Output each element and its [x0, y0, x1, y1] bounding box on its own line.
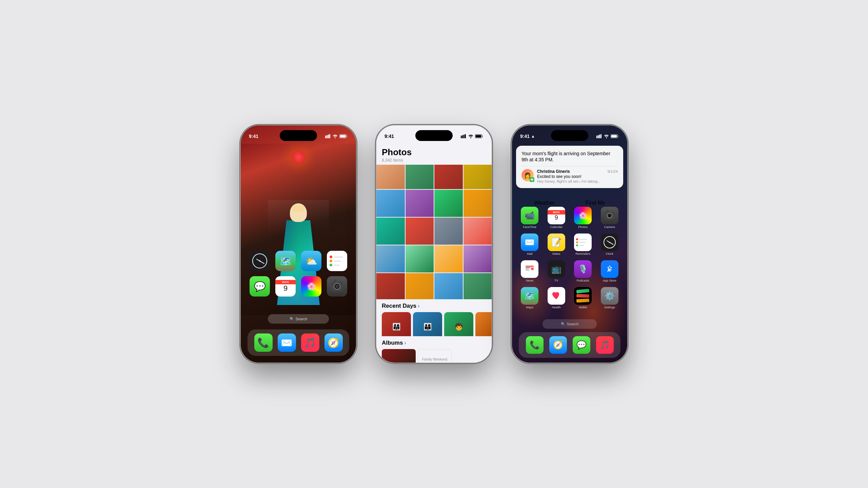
app-camera[interactable]	[327, 276, 347, 297]
weather-icon[interactable]: ⛅	[301, 251, 321, 271]
appstore-icon[interactable]: A	[601, 260, 618, 278]
app-news-3[interactable]: News	[517, 260, 542, 282]
photo-cell-18[interactable]	[406, 273, 434, 300]
photo-cell-10[interactable]	[406, 218, 434, 245]
status-time-1: 9:41	[249, 134, 258, 139]
app-calendar-3[interactable]: MON 9 Calendar	[544, 207, 569, 229]
clock-icon-3[interactable]	[601, 233, 618, 251]
dock-mail[interactable]: ✉️	[278, 333, 296, 352]
app-row-1: 💬 MON 9 🌸	[247, 276, 350, 297]
settings-icon[interactable]: ⚙️	[601, 287, 618, 305]
photo-cell-4[interactable]	[463, 162, 492, 189]
music-icon[interactable]: 🎵	[301, 333, 319, 352]
notes-icon[interactable]: 📝	[548, 233, 565, 251]
app-calendar[interactable]: MON 9	[275, 276, 296, 297]
photo-cell-5[interactable]	[376, 190, 405, 217]
music-icon-3[interactable]: 🎵	[596, 336, 614, 354]
photo-cell-1[interactable]	[376, 162, 405, 189]
album-family[interactable]	[382, 349, 416, 363]
app-health-3[interactable]: Health	[544, 287, 569, 309]
dock-music[interactable]: 🎵	[301, 333, 319, 352]
calendar-icon-3[interactable]: MON 9	[548, 207, 565, 224]
app-photos[interactable]: 🌸	[301, 276, 321, 297]
photos-label: Photos	[578, 225, 588, 229]
dock-safari-3[interactable]: 🧭	[549, 336, 567, 354]
app-maps-3[interactable]: 🗺️ Maps	[517, 287, 542, 309]
messages-icon-3[interactable]: 💬	[573, 336, 590, 354]
app-mail-3[interactable]: ✉️ Mail	[517, 233, 542, 256]
app-maps[interactable]: 🗺️	[275, 251, 296, 271]
news-label: News	[526, 279, 534, 282]
search-bar-3[interactable]: 🔍 Search	[542, 319, 597, 329]
photo-cell-8[interactable]	[463, 190, 492, 217]
photo-cell-17[interactable]	[376, 273, 405, 300]
mail-icon-3[interactable]: ✉️	[521, 233, 538, 251]
photo-cell-3[interactable]	[434, 162, 463, 189]
app-reminders[interactable]	[327, 251, 347, 271]
photo-cell-15[interactable]	[434, 245, 463, 272]
dock-safari[interactable]: 🧭	[324, 333, 343, 352]
photo-cell-14[interactable]	[406, 245, 434, 272]
app-clock[interactable]	[250, 251, 270, 271]
photo-cell-13[interactable]	[376, 245, 405, 272]
podcasts-icon[interactable]: 🎙️	[574, 260, 592, 278]
photo-cell-12[interactable]	[463, 218, 492, 245]
mail-icon[interactable]: ✉️	[278, 333, 296, 352]
notification-card[interactable]: Your mom's flight is arriving on Septemb…	[516, 146, 623, 188]
safari-icon[interactable]: 🧭	[324, 333, 343, 352]
svg-point-18	[606, 137, 607, 138]
safari-icon-3[interactable]: 🧭	[549, 336, 567, 354]
app-settings-3[interactable]: ⚙️ Settings	[597, 287, 622, 309]
photo-cell-11[interactable]	[434, 218, 463, 245]
health-label: Health	[552, 306, 561, 309]
photos-icon[interactable]: 🌸	[301, 276, 321, 297]
app-clock-3[interactable]: Clock	[597, 233, 622, 256]
reminders-icon[interactable]	[327, 251, 347, 271]
appletv-icon[interactable]: 📺	[548, 260, 565, 278]
clock-icon[interactable]	[250, 251, 270, 271]
photo-cell-20[interactable]	[463, 273, 492, 300]
photo-cell-2[interactable]	[406, 162, 434, 189]
search-bar-1[interactable]: 🔍 Search	[268, 314, 329, 324]
photos-icon-3[interactable]: 🌸	[574, 207, 592, 224]
notif-sub: 👩 💬 Christina Gineris 9/1/24 Excited to …	[521, 166, 618, 183]
camera-icon[interactable]	[327, 276, 347, 297]
reminder-bar-c	[579, 245, 584, 246]
reminders-icon-3[interactable]	[574, 233, 592, 251]
app-facetime[interactable]: 📹 FaceTime	[517, 207, 542, 229]
app-reminders-3[interactable]: Reminders	[571, 233, 595, 256]
app-wallet-3[interactable]: Wallet	[571, 287, 595, 309]
app-photos-3[interactable]: 🌸 Photos	[571, 207, 595, 229]
maps-icon-3[interactable]: 🗺️	[521, 287, 538, 305]
clock-face-3	[604, 236, 616, 248]
photo-cell-19[interactable]	[434, 273, 463, 300]
app-notes-3[interactable]: 📝 Notes	[544, 233, 569, 256]
app-podcasts-3[interactable]: 🎙️ Podcasts	[571, 260, 595, 282]
app-weather[interactable]: ⛅	[301, 251, 321, 271]
photo-cell-9[interactable]	[376, 218, 405, 245]
calendar-icon[interactable]: MON 9	[275, 276, 296, 297]
dock-music-3[interactable]: 🎵	[596, 336, 614, 354]
dock-phone-3[interactable]: 📞	[526, 336, 544, 354]
svg-rect-10	[465, 134, 466, 138]
health-icon-3[interactable]	[548, 287, 565, 305]
phone-icon-3[interactable]: 📞	[526, 336, 544, 354]
camera-label: Camera	[604, 225, 615, 229]
maps-icon[interactable]: 🗺️	[275, 251, 296, 271]
camera-icon-3[interactable]	[601, 207, 618, 224]
status-icons-3	[596, 134, 619, 138]
facetime-icon[interactable]: 📹	[521, 207, 538, 224]
photo-cell-6[interactable]	[406, 190, 434, 217]
messages-icon[interactable]: 💬	[250, 276, 270, 297]
photo-cell-16[interactable]	[463, 245, 492, 272]
app-appstore-3[interactable]: A App Store	[597, 260, 622, 282]
photo-cell-7[interactable]	[434, 190, 463, 217]
news-icon-3[interactable]	[521, 260, 538, 278]
app-messages[interactable]: 💬	[250, 276, 270, 297]
app-camera-3[interactable]: Camera	[597, 207, 622, 229]
wallet-icon-3[interactable]	[574, 287, 592, 305]
phone-icon[interactable]: 📞	[254, 333, 273, 352]
app-appletv-3[interactable]: 📺 TV	[544, 260, 569, 282]
dock-messages-3[interactable]: 💬	[573, 336, 590, 354]
dock-phone[interactable]: 📞	[254, 333, 273, 352]
